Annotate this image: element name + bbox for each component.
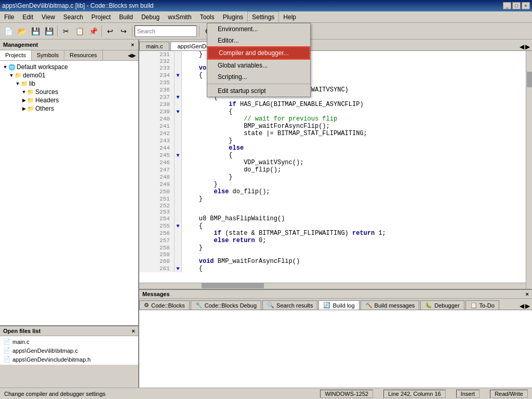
left-panel: Management × Projects Symbols Resources … <box>0 39 139 388</box>
tab-main-c[interactable]: main.c <box>139 42 169 50</box>
statusbar: Change compiler and debugger settings WI… <box>0 388 532 399</box>
msg-tab-buildmsg[interactable]: 🔨 Build messages <box>361 300 420 310</box>
tree-others[interactable]: ▶ 📁 Others <box>2 104 136 113</box>
buildmsg-icon: 🔨 <box>365 302 373 309</box>
menu-plugins[interactable]: Plugins <box>219 11 247 22</box>
open-files-title: Open files list <box>3 328 41 334</box>
menu-global-variables[interactable]: Global variables... <box>207 60 310 71</box>
file-bitmap-h[interactable]: 📄 apps\GenDev\include\bitmap.h <box>1 355 137 364</box>
msg-tab-buildlog[interactable]: 🔄 Build log <box>318 300 359 310</box>
close-button[interactable]: × <box>522 2 530 9</box>
menu-scripting[interactable]: Scripting... <box>207 71 310 83</box>
others-label: Others <box>35 105 54 112</box>
sources-label: Sources <box>35 88 58 96</box>
panel-nav-right[interactable]: ▶ <box>132 52 136 58</box>
code-editor[interactable]: 231 } 232 233 void B 234▼ { 235 // async… <box>139 51 532 289</box>
tb-new[interactable]: 📄 <box>2 25 15 37</box>
management-header: Management × <box>0 39 138 50</box>
right-panel: main.c apps\GenDev... ...\include\bitmap… <box>139 39 532 388</box>
tab-projects[interactable]: Projects <box>0 50 32 60</box>
msg-tab-codeblocks-debug[interactable]: 🔧 Code::Blocks Debug <box>191 300 261 310</box>
titlebar: apps\GenDev\lib\bitmap.c [lib] - Code::B… <box>0 0 532 11</box>
editor-nav-right[interactable]: ▶ <box>525 43 530 50</box>
tree-lib[interactable]: ▼ 📁 lib <box>2 79 136 88</box>
file-bitmap-c[interactable]: 📄 apps\GenDev\lib\bitmap.c <box>1 346 137 355</box>
tb-paste[interactable]: 📌 <box>87 25 99 37</box>
menu-edit[interactable]: Edit <box>18 11 37 22</box>
tb-sep1 <box>57 25 58 37</box>
table-row: 256 if (state & BITMAP_STAT_FLIPWAITING)… <box>139 230 532 237</box>
tree-workspace[interactable]: ▼ 🌐 Default workspace <box>2 63 136 71</box>
expand-workspace[interactable]: ▼ <box>2 64 8 70</box>
tab-resources[interactable]: Resources <box>64 50 103 60</box>
tb-undo[interactable]: ↩ <box>104 25 116 37</box>
expand-headers[interactable]: ▶ <box>21 98 27 103</box>
table-row: 232 <box>139 58 532 64</box>
table-row: 248 } <box>139 174 532 181</box>
editor-tabs: main.c apps\GenDev... ...\include\bitmap… <box>139 39 532 51</box>
tb-save[interactable]: 💾 <box>29 25 42 37</box>
open-files-close[interactable]: × <box>132 328 135 334</box>
messages-nav-left[interactable]: ◀ <box>520 302 524 310</box>
minimize-button[interactable]: _ <box>503 2 511 9</box>
expand-demo01[interactable]: ▼ <box>8 73 15 78</box>
menu-help[interactable]: Help <box>279 11 300 22</box>
tb-sep4 <box>199 25 200 37</box>
messages-nav-right[interactable]: ▶ <box>525 302 530 310</box>
menu-editor[interactable]: Editor... <box>207 35 310 46</box>
editor-nav: ◀ ▶ <box>520 43 532 50</box>
file-main-c[interactable]: 📄 main.c <box>1 337 137 346</box>
tb-redo[interactable]: ↪ <box>117 25 130 37</box>
todo-icon: 📋 <box>470 302 477 309</box>
panel-nav-left[interactable]: ◀ <box>128 52 132 58</box>
expand-sources[interactable]: ▼ <box>21 89 27 95</box>
menu-edit-startup[interactable]: Edit startup script <box>207 85 310 97</box>
h-scrollbar-thumb[interactable] <box>202 283 264 288</box>
msg-tab-todo[interactable]: 📋 To-Do <box>466 300 499 310</box>
status-message: Change compiler and debugger settings <box>4 391 105 397</box>
menu-build[interactable]: Build <box>115 11 137 22</box>
menu-wxsmith[interactable]: wxSmith <box>164 11 195 22</box>
menu-view[interactable]: View <box>37 11 59 22</box>
search-input[interactable] <box>135 25 197 37</box>
tb-copy[interactable]: 📋 <box>73 25 86 37</box>
menu-environment[interactable]: Environment... <box>207 23 310 35</box>
scrollbar-thumb[interactable] <box>527 72 532 87</box>
table-row: 237▼ { <box>139 94 532 101</box>
file-name-bitmap-h: apps\GenDev\include\bitmap.h <box>12 356 90 363</box>
window-controls: _ □ × <box>503 2 530 9</box>
menu-file[interactable]: File <box>0 11 18 22</box>
tree-sources[interactable]: ▼ 📁 Sources <box>2 88 136 96</box>
table-row: 231 } <box>139 51 532 58</box>
table-row: 246 VDP_waitVSync(); <box>139 159 532 166</box>
menu-project[interactable]: Project <box>87 11 115 22</box>
expand-lib[interactable]: ▼ <box>15 81 21 86</box>
menu-search[interactable]: Search <box>59 11 87 22</box>
menu-tools[interactable]: Tools <box>196 11 219 22</box>
msg-tab-codeblocks[interactable]: ⚙ Code::Blocks <box>139 300 190 310</box>
management-title: Management <box>3 42 38 48</box>
vertical-scrollbar[interactable] <box>526 51 532 289</box>
menu-settings[interactable]: Settings <box>247 11 279 22</box>
horizontal-scrollbar[interactable] <box>139 283 526 289</box>
tab-symbols[interactable]: Symbols <box>32 50 64 60</box>
menu-compiler-debugger[interactable]: Compiler and debugger... <box>207 46 310 60</box>
tb-open[interactable]: 📂 <box>16 25 28 37</box>
menu-separator <box>207 84 310 84</box>
tb-cut[interactable]: ✂ <box>60 25 72 37</box>
tb-save-all[interactable]: 💾 <box>43 25 55 37</box>
menu-debug[interactable]: Debug <box>137 11 164 22</box>
expand-others[interactable]: ▶ <box>21 106 27 111</box>
workspace-label: Default workspace <box>17 63 68 71</box>
msg-tab-debugger[interactable]: 🐛 Debugger <box>420 300 464 310</box>
table-row: 252 <box>139 203 532 209</box>
tree-demo01[interactable]: ▼ 📁 demo01 <box>2 71 136 79</box>
msg-tab-search[interactable]: 🔍 Search results <box>262 300 317 310</box>
table-row: 255▼ { <box>139 222 532 230</box>
editor-nav-left[interactable]: ◀ <box>520 43 524 50</box>
maximize-button[interactable]: □ <box>512 2 521 9</box>
management-close[interactable]: × <box>130 42 135 48</box>
tree-headers[interactable]: ▶ 📁 Headers <box>2 96 136 104</box>
messages-close[interactable]: × <box>526 291 529 297</box>
status-encoding: WINDOWS-1252 <box>320 390 373 398</box>
